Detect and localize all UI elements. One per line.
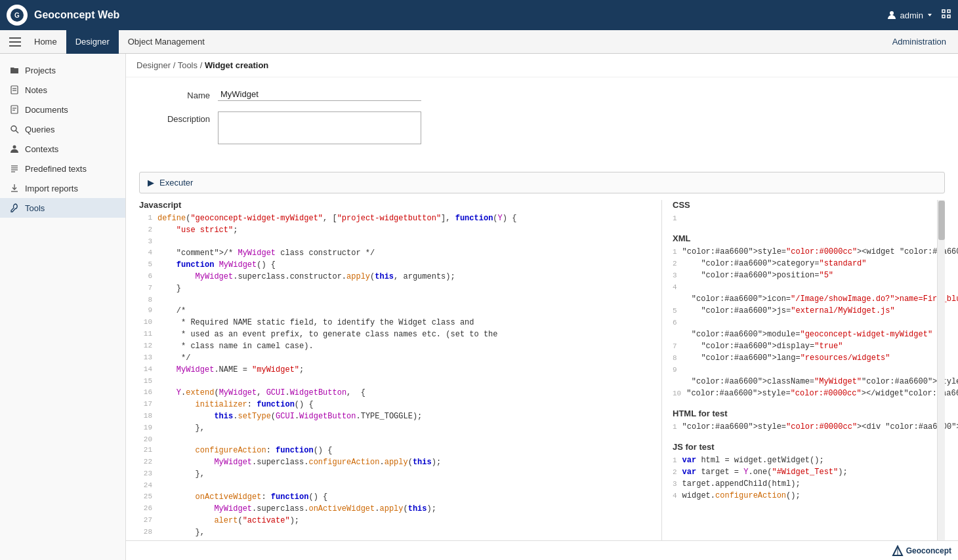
line-number: 20	[139, 434, 157, 445]
css-code[interactable]: 1	[673, 212, 937, 224]
line-text: widget.configureAction();	[682, 491, 801, 500]
fullscreen-icon	[941, 9, 951, 19]
app-logo[interactable]: G	[7, 5, 28, 26]
app-title: Geoconcept Web	[34, 9, 886, 21]
code-line: 8	[139, 294, 661, 306]
line-number: 10	[139, 317, 157, 329]
scrollbar[interactable]	[937, 200, 945, 549]
code-line: 1var html = widget.getWidget();	[673, 454, 937, 466]
code-line: 28 },	[139, 527, 661, 538]
line-number: 9	[673, 366, 682, 374]
js-test-code[interactable]: 1var html = widget.getWidget();2var targ…	[673, 454, 937, 502]
breadcrumb-designer[interactable]: Designer	[136, 60, 171, 70]
sidebar-item-queries[interactable]: Queries	[0, 119, 125, 139]
code-line: 20	[139, 434, 661, 445]
wrench-icon	[9, 203, 20, 213]
javascript-code[interactable]: 1define("geoconcept-widget-myWidget", ["…	[139, 212, 661, 549]
search-icon	[9, 124, 20, 134]
line-number: 1	[673, 423, 682, 431]
code-line: 22 MyWidget.superclass.configureAction.a…	[139, 456, 661, 468]
code-line: 26 MyWidget.superclass.onActiveWidget.ap…	[139, 503, 661, 515]
name-input[interactable]	[218, 88, 421, 101]
menu-icon	[9, 37, 21, 47]
breadcrumb-tools[interactable]: Tools	[178, 60, 198, 70]
sidebar-item-contexts[interactable]: Contexts	[0, 139, 125, 159]
line-text: "color:#aa6600">lang="resources/widgets"	[682, 353, 890, 363]
html-test-code[interactable]: 1"color:#aa6600">style="color:#0000cc"><…	[673, 421, 937, 433]
code-line: 11 * used as an event prefix, to generat…	[139, 329, 661, 340]
line-number: 3	[673, 480, 682, 488]
code-line: 2 "color:#aa6600">category="standard"	[673, 258, 937, 270]
line-number: 5	[673, 307, 682, 315]
line-number: 4	[673, 492, 682, 500]
description-input[interactable]	[218, 111, 421, 144]
xml-code[interactable]: 1"color:#aa6600">style="color:#0000cc"><…	[673, 246, 937, 399]
code-line: 16 Y.extend(MyWidget, GCUI.WidgetButton,…	[139, 387, 661, 399]
line-text: configureAction: function() {	[157, 445, 332, 456]
line-number: 3	[139, 236, 157, 247]
line-text: * Required NAME static field, to identif…	[157, 317, 474, 329]
line-text: "color:#aa6600">className="MyWidget""col…	[673, 377, 958, 386]
code-line: 3	[139, 236, 661, 247]
sidebar-item-projects[interactable]: Projects	[0, 60, 125, 80]
line-text: "color:#aa6600">style="color:#0000cc"><w…	[682, 247, 958, 256]
fullscreen-button[interactable]	[941, 9, 951, 22]
sidebar-item-notes[interactable]: Notes	[0, 80, 125, 100]
code-line: 13 */	[139, 352, 661, 364]
hamburger-button[interactable]	[5, 32, 25, 52]
line-text: MyWidget.superclass.configureAction.appl…	[157, 456, 441, 468]
code-line: 6 MyWidget.superclass.constructor.apply(…	[139, 271, 661, 283]
execute-section[interactable]: ▶ Executer	[139, 172, 945, 193]
line-number: 4	[673, 283, 682, 291]
nav-item-designer[interactable]: Designer	[66, 30, 119, 54]
line-text: * class name in camel case).	[157, 340, 314, 352]
html-test-title: HTML for test	[673, 409, 937, 418]
line-number: 18	[139, 410, 157, 422]
line-number: 19	[139, 422, 157, 434]
line-number: 4	[139, 247, 157, 259]
svg-rect-3	[942, 10, 945, 12]
code-line: 12 * class name in camel case).	[139, 340, 661, 352]
line-number: 17	[139, 399, 157, 410]
line-number: 10	[673, 390, 686, 397]
svg-rect-10	[11, 86, 18, 94]
css-section: CSS 1	[673, 200, 937, 224]
code-line: 23 },	[139, 468, 661, 480]
line-number: 1	[673, 214, 682, 222]
line-text: "color:#aa6600">position="5"	[682, 271, 833, 280]
code-line: 19 },	[139, 422, 661, 434]
content-area: Designer / Tools / Widget creation Name …	[126, 54, 958, 560]
scroll-thumb[interactable]	[938, 201, 945, 240]
line-number: 2	[673, 468, 682, 476]
code-line: 14 MyWidget.NAME = "myWidget";	[139, 364, 661, 376]
sidebar-item-predefined-texts[interactable]: Predefined texts	[0, 159, 125, 178]
svg-rect-7	[9, 37, 21, 39]
line-text: "color:#aa6600">js="external/MyWidget.js…	[682, 306, 895, 315]
nav-item-object-management[interactable]: Object Management	[119, 30, 214, 54]
nav-administration[interactable]: Administration	[886, 37, 953, 47]
folder-icon	[9, 65, 20, 75]
code-line: 9 "color:#aa6600">className="MyWidget""c…	[673, 364, 937, 388]
nav-item-home[interactable]: Home	[25, 30, 66, 54]
xml-section: XML 1"color:#aa6600">style="color:#0000c…	[673, 233, 937, 399]
sidebar-item-tools[interactable]: Tools	[0, 198, 125, 218]
form-area: Name Description	[126, 77, 958, 165]
breadcrumb: Designer / Tools / Widget creation	[126, 54, 958, 77]
line-number: 6	[673, 319, 682, 327]
document-icon	[9, 104, 20, 115]
line-text: * used as an event prefix, to generate c…	[157, 329, 497, 340]
code-line: 8 "color:#aa6600">lang="resources/widget…	[673, 352, 937, 364]
line-number: 16	[139, 387, 157, 399]
line-number: 25	[139, 491, 157, 503]
code-line: 1	[673, 212, 937, 224]
code-line: 7 }	[139, 283, 661, 294]
sidebar-item-documents[interactable]: Documents	[0, 100, 125, 119]
admin-user[interactable]: admin	[886, 10, 933, 20]
topbar: G Geoconcept Web admin	[0, 0, 958, 30]
sidebar-item-import-reports[interactable]: Import reports	[0, 178, 125, 198]
right-panels: CSS 1 XML 1"color:#aa6600">style="color:…	[661, 200, 937, 549]
line-number: 7	[673, 342, 682, 350]
line-text: alert("activate");	[157, 515, 299, 527]
line-number: 7	[139, 283, 157, 294]
svg-rect-5	[942, 15, 945, 18]
